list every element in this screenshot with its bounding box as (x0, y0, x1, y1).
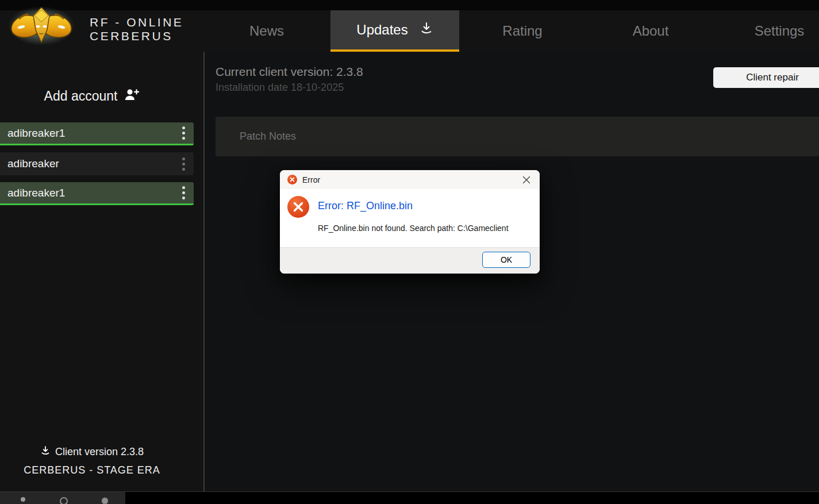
globe-icon[interactable] (60, 497, 68, 504)
add-account-button[interactable]: Add account (0, 87, 184, 105)
tab-settings[interactable]: Settings (741, 10, 817, 52)
client-version-line: Client version 2.3.8 (0, 445, 184, 459)
download-icon (40, 445, 51, 459)
dialog-footer: OK (280, 247, 540, 274)
patch-notes-label: Patch Notes (240, 130, 296, 143)
dialog-message: RF_Online.bin not found. Search path: C:… (318, 224, 509, 233)
brand-line2: CERBERUS (90, 29, 183, 43)
dialog-heading: Error: RF_Online.bin (318, 200, 413, 212)
tab-news[interactable]: News (229, 10, 304, 52)
kebab-menu-icon[interactable] (176, 125, 190, 142)
ok-button[interactable]: OK (482, 252, 530, 268)
launcher-window: RF - ONLINE CERBERUS News Updates Rating… (0, 0, 819, 504)
cerberus-logo (7, 3, 76, 49)
patch-notes-panel[interactable]: Patch Notes (216, 117, 819, 156)
error-dialog: Error Error: RF_Online.bin RF_Online.bin… (280, 170, 540, 274)
header: RF - ONLINE CERBERUS News Updates Rating… (0, 0, 819, 52)
bottom-status-panel (0, 492, 125, 504)
tab-label: News (249, 23, 284, 39)
kebab-menu-icon[interactable] (176, 184, 190, 202)
gear-icon[interactable] (101, 497, 109, 504)
tab-rating[interactable]: Rating (485, 10, 560, 52)
account-row[interactable]: adibreaker1 (0, 182, 194, 205)
bottom-strip (0, 492, 819, 504)
brand-title: RF - ONLINE CERBERUS (90, 16, 183, 43)
tab-label: Rating (502, 23, 542, 39)
account-name: adibreaker1 (0, 187, 176, 199)
tab-label: Updates (356, 22, 407, 38)
client-repair-button[interactable]: Client repair (713, 67, 819, 88)
tab-label: About (633, 23, 669, 39)
account-name: adibreaker1 (0, 127, 176, 140)
account-row[interactable]: adibreaker1 (0, 122, 194, 145)
installation-date: Installation date 18-10-2025 (216, 82, 344, 94)
brand-line1: RF - ONLINE (90, 16, 183, 29)
close-icon[interactable] (513, 170, 540, 189)
tab-updates[interactable]: Updates (330, 10, 459, 52)
download-icon (420, 21, 433, 39)
dialog-title: Error (302, 175, 513, 184)
error-badge-icon (287, 175, 297, 184)
client-version-label: Client version 2.3.8 (55, 446, 144, 458)
tab-label: Settings (755, 23, 805, 39)
person-add-icon (124, 87, 140, 105)
dialog-titlebar: Error (280, 170, 540, 189)
kebab-menu-icon[interactable] (176, 155, 190, 172)
dialog-body: Error: RF_Online.bin RF_Online.bin not f… (280, 189, 540, 247)
server-label: CERBERUS - STAGE ERA (0, 464, 184, 476)
sidebar: Add account adibreaker1 adibreaker adibr… (0, 52, 205, 491)
tab-about[interactable]: About (613, 10, 688, 52)
person-icon[interactable] (20, 497, 26, 504)
account-name: adibreaker (0, 157, 176, 170)
account-row[interactable]: adibreaker (0, 152, 194, 175)
add-account-label: Add account (44, 89, 118, 104)
current-client-version: Current client version: 2.3.8 (216, 65, 363, 79)
error-circle-icon (287, 196, 309, 218)
